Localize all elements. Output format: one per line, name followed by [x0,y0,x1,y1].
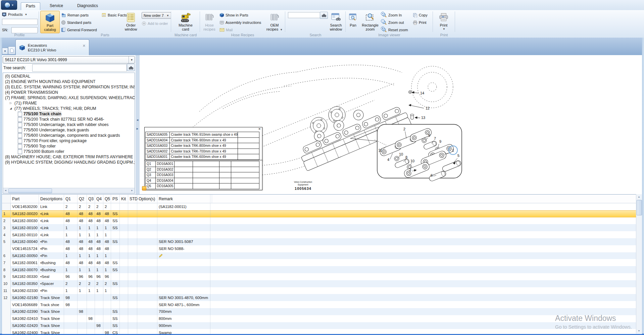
machine-card-button[interactable]: Machine card [176,11,195,33]
column-header-part[interactable]: Part [11,195,39,203]
scroll-down-icon[interactable]: ▼ [636,328,642,334]
scrollbar-thumb[interactable] [637,200,642,215]
callout-number[interactable]: 5 [457,154,459,158]
callout-number[interactable]: 10 [399,152,403,156]
mail-button[interactable]: Mail [219,27,233,33]
table-row[interactable]: SADD16A003Crawler track TRK-800mm shoe x… [146,143,259,149]
tab-service[interactable]: Service [45,2,68,10]
tree-item[interactable]: (0) GENERAL [3,74,135,79]
table-vertical-scrollbar[interactable]: ▲ ▼ [636,194,642,334]
zoom-in-button[interactable]: + Zoom In [382,12,402,18]
reset-zoom-button[interactable]: 0 Reset zoom [382,27,408,33]
table-row[interactable]: Q1DD16A001 [146,161,259,167]
tree-item[interactable]: (2) ENGINE WITH MOUNTING AND EQUIPMENT [3,79,135,84]
table-row[interactable]: SADD16A001Crawler track TRK-600mm shoe x… [146,154,259,160]
table-row[interactable]: SA1082-02390Track Shoe98SS700mm [2,308,642,315]
table-row[interactable]: 6SA1182-00050•Pin11111 [2,252,642,259]
app-menu-button[interactable]: ▼ [1,0,17,10]
callout-number[interactable]: 1 [452,148,454,152]
tree-collapsed-icon[interactable]: ▷ [10,100,14,106]
reman-parts-button[interactable]: Reman parts [61,12,89,18]
rectangle-zoom-button[interactable]: Rectangle zoom [360,11,380,33]
quantity-popup[interactable]: Q1DD16A001Q2DD16A002Q3DD16A003Q4DD16A004… [144,160,262,190]
products-button[interactable]: Products▼ [2,11,27,17]
callout-number[interactable]: 9 [439,139,441,143]
tree-item[interactable]: (8) MACHINERY HOUSE; CAB; EXTERIOR TRIM … [3,154,135,160]
tree-item[interactable]: 775/900 Top roller [3,143,135,149]
assembly-instructions-button[interactable]: Assembly instructions [219,19,261,26]
callout-number[interactable]: 13 [421,116,425,120]
model-select[interactable]: 56117 EC210 LR Volvo 3001-9999 ▼ [3,56,135,64]
tree-item[interactable]: 775/1000 Bottom roller [3,149,135,154]
callout-number[interactable]: 14 [420,91,424,95]
table-row[interactable]: Q2DD16A002 [146,167,259,172]
tree-item[interactable]: (7) FRAME; SPRINGS; DAMPING; AXLE SUSPEN… [3,95,135,100]
callout-number[interactable]: 8 [405,155,407,159]
table-row[interactable]: 7SA1182-00061•Bushing4848484848SS [2,259,642,266]
column-header-remark[interactable]: Remark [157,195,210,203]
tree-expanded-icon[interactable]: ◢ [10,106,14,111]
table-row[interactable]: 8SA1182-00070•Bushing11111SS [2,266,642,273]
note-icon[interactable] [159,254,163,258]
new-tab-button[interactable] [8,46,15,54]
callout-number[interactable]: 12 [426,106,430,110]
tree-item[interactable]: 775/700 Front idler, spring package [3,138,135,143]
table-row[interactable]: SADD16A002Crawler track TRK-700mm shoe x… [146,149,259,154]
print-small-button[interactable]: Print [413,19,427,26]
variant-popup-header[interactable]: ✕ [145,128,261,132]
table-row[interactable]: SA1082-02400Track Shoe98CSSwamp [2,329,642,334]
collapse-right-icon[interactable]: ► [136,127,139,130]
table-row[interactable]: 11SA1082-02330•Pin11111 [2,287,642,294]
document-tab-excavators[interactable]: Excavators EC210 LR Volvo ✕ [15,39,89,55]
scroll-right-icon[interactable]: ► [130,188,135,193]
table-row[interactable]: 5SA1182-00040•Pin4848484848SSSER NO 3001… [2,238,642,245]
tree-item[interactable]: 775/100 Track chain [3,111,135,117]
close-icon[interactable]: ✕ [258,127,261,131]
copy-button[interactable]: Copy [413,12,428,18]
scroll-left-icon[interactable]: ◄ [3,188,8,193]
general-foreword-button[interactable]: General Foreword [61,27,97,33]
column-header-std[interactable]: STD [128,195,137,203]
table-row[interactable]: SADD16A004Crawler track TRK-900mm shoe x… [146,137,259,143]
standard-parts-button[interactable]: Standard parts [61,19,91,26]
tree-item[interactable]: ▷(71) FRAME [3,100,135,106]
table-row[interactable]: SA1082-02410Track Shoe98SS800mm [2,315,642,322]
scroll-up-icon[interactable]: ▲ [636,194,642,200]
table-row[interactable]: 10SA1182-00350•Spacer22222SS [2,280,642,287]
callout-number[interactable]: 11 [378,148,382,152]
table-row[interactable]: VOE14530200Link22222(SA1182-00011) [2,203,642,210]
order-window-button[interactable]: Order window [121,11,140,33]
table-row[interactable]: SADD16A005Crawler track TRK-910mm swamp … [146,132,259,138]
callout-number[interactable]: 2 [403,127,405,131]
new-order-select[interactable]: New order 7▼ [142,12,171,19]
column-header-option-s-[interactable]: Option(s) [137,195,157,203]
table-row[interactable]: Q4DD16A004 [146,178,259,183]
column-header-q2[interactable]: Q2 [78,195,87,203]
callout-number[interactable]: 10 [410,159,414,163]
column-header-ps[interactable]: PS [111,195,120,203]
scrollbar-thumb[interactable] [8,189,52,193]
callout-number[interactable]: 3 [409,168,411,172]
pan-button[interactable]: Pan [346,11,360,33]
tree-horizontal-scrollbar[interactable]: ◄ ► [3,188,135,193]
callout-number[interactable]: 4 [387,158,389,162]
table-row[interactable]: 12SA1082-02180Track Shoe98SSSER NO 3001-… [2,294,642,301]
variant-popup[interactable]: ✕ SADD16A005Crawler track TRK-910mm swam… [144,127,262,161]
exploded-view-panel[interactable]: Volvo Construction Equipment 1005634 141… [140,55,642,194]
tree-item[interactable]: 775/300 Undercarriage, track with rubber… [3,122,135,127]
column-header-kit[interactable]: Kit [120,195,128,203]
table-row[interactable]: 4SA1182-00110•Link11111 [2,231,642,238]
tree-item[interactable]: 775/600 Undercarriage, components and tr… [3,133,135,138]
search-input[interactable] [288,12,320,18]
callout-number[interactable]: 9 [428,133,430,137]
close-icon[interactable]: ✕ [83,44,86,48]
tree-item[interactable]: (4) POWER TRANSMISSION [3,90,135,95]
column-header-q3[interactable]: Q3 [87,195,95,203]
zoom-out-button[interactable]: − Zoom out [382,19,404,26]
column-header-descriptions[interactable]: Descriptions [39,195,64,203]
tab-list-dropdown-button[interactable]: ▼ [2,48,8,54]
popup-anchor-icon[interactable] [142,186,146,191]
tree-item[interactable]: (3) ELEC. SYSTEM; WARNING SYSTEM; INFORM… [3,84,135,90]
table-row[interactable]: 2SA1182-00030•Link4848484848SS [2,217,642,224]
column-header-q1[interactable]: Q1 [64,195,78,203]
